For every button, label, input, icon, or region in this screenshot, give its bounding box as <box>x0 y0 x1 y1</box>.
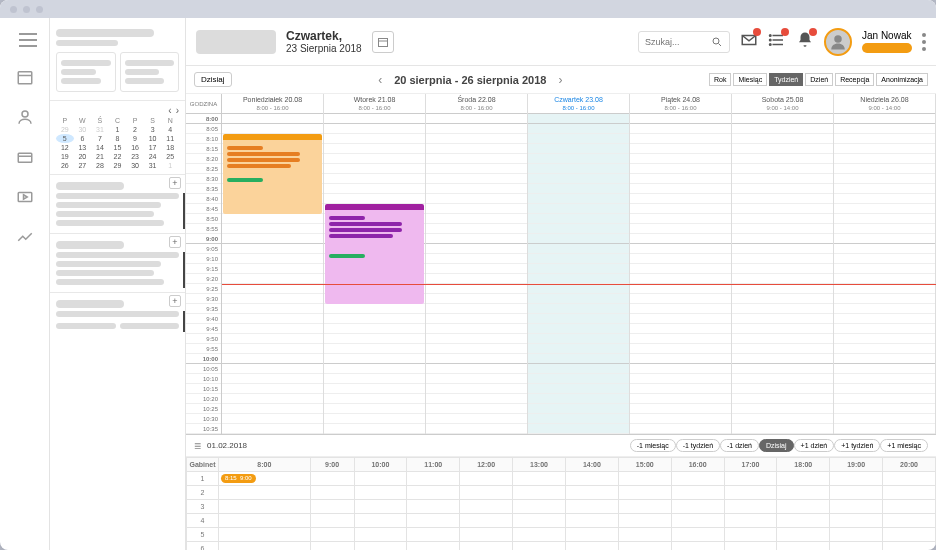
svg-point-18 <box>770 34 772 36</box>
appointment-event[interactable] <box>223 134 322 214</box>
svg-point-21 <box>834 35 842 43</box>
add-button[interactable]: + <box>169 177 181 189</box>
day-column[interactable]: Środa 22.088:00 - 16:00 <box>426 94 528 434</box>
timeline-nav-button[interactable]: +1 tydzień <box>834 439 880 452</box>
svg-marker-9 <box>23 195 27 200</box>
panel-list-1: + <box>50 174 185 233</box>
left-panel: ‹› PWŚCPSN293031123456789101112131415161… <box>50 18 186 550</box>
svg-point-12 <box>713 38 719 44</box>
day-column[interactable]: Wtorek 21.088:00 - 16:00 <box>324 94 426 434</box>
svg-point-20 <box>770 43 772 45</box>
day-column[interactable]: Poniedziałek 20.088:00 - 16:00 <box>222 94 324 434</box>
datepicker-icon[interactable] <box>372 31 394 53</box>
window-titlebar <box>0 0 936 18</box>
timeline-nav-button[interactable]: -1 miesiąc <box>630 439 676 452</box>
user-icon[interactable] <box>16 108 34 126</box>
mail-icon[interactable] <box>740 31 758 53</box>
add-button[interactable]: + <box>169 236 181 248</box>
user-status-pill <box>862 43 912 53</box>
timeline-menu-icon[interactable]: ≡ <box>194 439 201 453</box>
prev-week[interactable]: ‹ <box>378 73 382 87</box>
search-box[interactable] <box>638 31 730 53</box>
user-name: Jan Nowak <box>862 30 912 41</box>
view-rok[interactable]: Rok <box>709 73 731 86</box>
user-block: Jan Nowak <box>862 30 912 53</box>
view-recepcja[interactable]: Recepcja <box>835 73 874 86</box>
minical-prev[interactable]: ‹ <box>168 105 171 116</box>
day-column[interactable]: Czwartek 23.088:00 - 16:00 <box>528 94 630 434</box>
timeline-nav-button[interactable]: -1 tydzień <box>676 439 720 452</box>
next-week[interactable]: › <box>558 73 562 87</box>
timeline-date: 01.02.2018 <box>207 441 247 450</box>
bell-icon[interactable] <box>796 31 814 53</box>
app-header: Czwartek,23 Sierpnia 2018 Jan Nowak <box>186 18 936 66</box>
search-icon <box>711 36 723 48</box>
main-area: Czwartek,23 Sierpnia 2018 Jan Nowak <box>186 18 936 550</box>
day-column[interactable]: Piątek 24.088:00 - 16:00 <box>630 94 732 434</box>
week-calendar: GODZINA 8:008:058:108:158:208:258:308:35… <box>186 94 936 435</box>
menu-icon[interactable] <box>16 28 34 46</box>
search-input[interactable] <box>645 37 705 47</box>
svg-point-19 <box>770 39 772 41</box>
current-time-line <box>222 284 936 285</box>
panel-list-3: + <box>50 292 185 336</box>
calendar-icon[interactable] <box>16 68 34 86</box>
timeline-nav-button[interactable]: -1 dzień <box>720 439 759 452</box>
view-tydzień[interactable]: Tydzień <box>769 73 803 86</box>
icon-rail <box>0 18 50 550</box>
chart-icon[interactable] <box>16 228 34 246</box>
view-dzień[interactable]: Dzień <box>805 73 833 86</box>
app-window: ‹› PWŚCPSN293031123456789101112131415161… <box>0 0 936 550</box>
logo <box>196 30 276 54</box>
timeline-nav-button[interactable]: +1 miesiąc <box>880 439 928 452</box>
media-icon[interactable] <box>16 188 34 206</box>
avatar[interactable] <box>824 28 852 56</box>
calendar-toolbar: Dzisiaj ‹ 20 sierpnia - 26 sierpnia 2018… <box>186 66 936 94</box>
add-button[interactable]: + <box>169 295 181 307</box>
svg-rect-8 <box>18 193 32 202</box>
today-button[interactable]: Dzisiaj <box>194 72 232 87</box>
panel-list-2: + <box>50 233 185 292</box>
more-menu-icon[interactable] <box>922 33 926 51</box>
minical-next[interactable]: › <box>176 105 179 116</box>
view-anonimizacja[interactable]: Anonimizacja <box>876 73 928 86</box>
svg-point-5 <box>22 111 28 117</box>
svg-rect-10 <box>378 38 387 46</box>
svg-line-13 <box>719 43 722 46</box>
timeline-nav-button[interactable]: +1 dzień <box>794 439 835 452</box>
tasks-icon[interactable] <box>768 31 786 53</box>
current-date: Czwartek,23 Sierpnia 2018 <box>286 29 362 54</box>
timeline-panel: ≡ 01.02.2018 -1 miesiąc-1 tydzień-1 dzie… <box>186 435 936 550</box>
date-range-label: 20 sierpnia - 26 sierpnia 2018 <box>394 74 546 86</box>
appointment-event[interactable] <box>325 204 424 304</box>
mini-appointment[interactable]: 8:15 9:00 <box>221 474 256 483</box>
day-column[interactable]: Sobota 25.089:00 - 14:00 <box>732 94 834 434</box>
hour-column-header: GODZINA <box>186 94 221 114</box>
mini-calendar[interactable]: ‹› PWŚCPSN293031123456789101112131415161… <box>50 101 185 174</box>
view-miesiąc[interactable]: Miesiąc <box>733 73 767 86</box>
view-switcher: RokMiesiącTydzieńDzieńRecepcjaAnonimizac… <box>709 73 928 86</box>
svg-rect-6 <box>18 153 32 162</box>
timeline-nav-button[interactable]: Dzisiaj <box>759 439 794 452</box>
day-column[interactable]: Niedziela 26.089:00 - 14:00 <box>834 94 936 434</box>
card-icon[interactable] <box>16 148 34 166</box>
svg-rect-3 <box>18 72 32 84</box>
